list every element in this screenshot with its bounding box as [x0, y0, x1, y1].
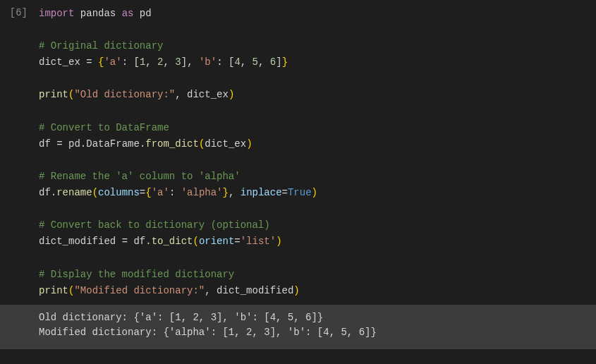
output-line: Old dictionary: {'a': [1, 2, 3], 'b': [4…	[39, 310, 596, 326]
output-section: Old dictionary: {'a': [1, 2, 3], 'b': [4…	[0, 305, 596, 349]
code-line: # Display the modified dictionary	[39, 267, 585, 283]
code-line-blank	[39, 22, 585, 38]
code-line: # Convert back to dictionary (optional)	[39, 217, 585, 233]
code-line: df = pd.DataFrame.from_dict(dict_ex)	[39, 136, 585, 152]
code-line: import pandas as pd	[39, 6, 585, 22]
code-line: dict_modified = df.to_dict(orient='list'…	[39, 233, 585, 250]
code-line: print("Modified dictionary:", dict_modif…	[39, 283, 585, 299]
code-line: dict_ex = {'a': [1, 2, 3], 'b': [4, 5, 6…	[39, 54, 585, 71]
code-line-blank	[39, 71, 585, 87]
code-line: # Rename the 'a' column to 'alpha'	[39, 169, 585, 185]
code-line: print("Old dictionary:", dict_ex)	[39, 87, 585, 103]
code-line: # Original dictionary	[39, 38, 585, 54]
notebook-cell: [6] import pandas as pd # Original dicti…	[0, 0, 596, 299]
code-line-blank	[39, 152, 585, 169]
output-content: Old dictionary: {'a': [1, 2, 3], 'b': [4…	[0, 310, 596, 341]
code-content[interactable]: import pandas as pd # Original dictionar…	[39, 6, 596, 299]
code-line-blank	[39, 201, 585, 217]
cell-prompt: [6]	[0, 6, 39, 299]
code-line-blank	[39, 104, 585, 120]
output-line: Modified dictionary: {'alpha': [1, 2, 3]…	[39, 325, 596, 341]
code-line-blank	[39, 250, 585, 266]
code-line: df.rename(columns={'a': 'alpha'}, inplac…	[39, 185, 585, 201]
code-line: # Convert to DataFrame	[39, 120, 585, 136]
